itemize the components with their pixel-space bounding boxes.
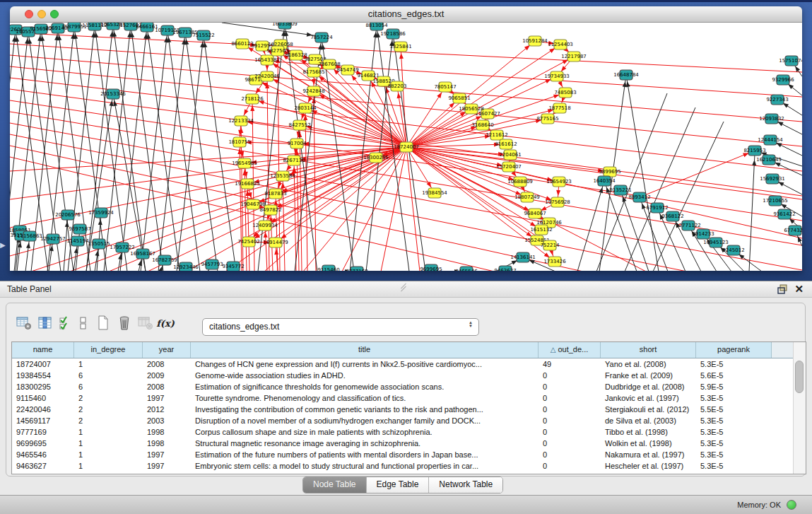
graph-node[interactable]: 7485083: [554, 88, 576, 98]
graph-node[interactable]: 1211612: [486, 130, 507, 140]
table-row[interactable]: 946362711997Embryonic stem cells: a mode…: [12, 460, 806, 472]
graph-node[interactable]: 1810755: [228, 137, 250, 147]
table-row[interactable]: 1830029562008Estimation of significance …: [12, 381, 806, 392]
select-rows-icon[interactable]: [56, 313, 74, 334]
table-row[interactable]: 2242004622012Investigating the contribut…: [12, 404, 806, 415]
graph-node[interactable]: 11254403: [548, 40, 573, 49]
graph-node[interactable]: 8660123: [231, 39, 253, 49]
graph-node[interactable]: 6791912: [646, 203, 668, 213]
table-row[interactable]: 1872400712008Changes of HCN gene express…: [12, 358, 806, 370]
column-header[interactable]: △out_de...: [539, 342, 601, 358]
graph-node[interactable]: 9115460: [317, 265, 339, 271]
show-column-icon[interactable]: [35, 313, 56, 334]
column-header[interactable]: in_degree: [74, 342, 143, 358]
graph-node[interactable]: 20206576: [55, 210, 81, 220]
panel-resize-grip[interactable]: [400, 284, 410, 292]
graph-node[interactable]: 8497822: [259, 205, 281, 215]
scrollbar-thumb[interactable]: [795, 361, 804, 393]
graph-node[interactable]: 12923446: [173, 262, 199, 271]
graph-node[interactable]: 9457793: [201, 259, 223, 269]
graph-node[interactable]: 1640354: [593, 176, 616, 186]
delete-column-icon[interactable]: [114, 313, 135, 334]
graph-node[interactable]: 19384554: [422, 188, 447, 198]
attribute-table[interactable]: namein_degreeyeartitle△out_de...shortpag…: [11, 341, 806, 474]
column-header[interactable]: short: [601, 342, 696, 358]
tab-node-table[interactable]: Node Table: [303, 477, 367, 493]
graph-node[interactable]: 8775165: [536, 114, 558, 124]
graph-node[interactable]: 15720407: [496, 162, 522, 172]
table-row[interactable]: 969969511998Structural magnetic resonanc…: [12, 438, 806, 449]
graph-node[interactable]: 9135221: [609, 185, 631, 195]
graph-node[interactable]: 1615132: [530, 225, 552, 235]
network-window-titlebar[interactable]: citations_edges.txt: [10, 6, 802, 23]
row-tool-icon[interactable]: [74, 313, 93, 334]
table-row[interactable]: 911546021997Tourette syndrome. Phenomeno…: [12, 392, 806, 404]
column-header[interactable]: pagerank: [696, 342, 772, 358]
network-view[interactable]: 1872400786601238912955165433829867123224…: [10, 23, 802, 271]
function-builder-icon[interactable]: f(x): [156, 313, 175, 334]
table-options-icon[interactable]: [13, 313, 35, 334]
graph-node[interactable]: 7805147: [434, 82, 456, 92]
tab-network-table[interactable]: Network Table: [429, 477, 502, 493]
column-header[interactable]: name: [12, 342, 74, 358]
graph-node[interactable]: 12213334: [228, 116, 254, 126]
graph-node[interactable]: 2204061: [499, 150, 521, 160]
graph-node[interactable]: 9699695: [420, 264, 442, 271]
graph-node[interactable]: 917004: [288, 139, 307, 148]
graph-node[interactable]: 9368122: [661, 211, 683, 221]
graph-node[interactable]: 1733426: [543, 257, 566, 267]
graph-node[interactable]: 10591284: [522, 36, 548, 46]
delete-table-icon[interactable]: [135, 313, 156, 334]
graph-node[interactable]: 9684067: [524, 209, 546, 218]
graph-node[interactable]: 1325841: [389, 42, 411, 52]
graph-node[interactable]: 9329966: [772, 75, 794, 85]
graph-node[interactable]: 19166825: [235, 179, 260, 189]
graph-node[interactable]: 9242848: [302, 86, 324, 96]
graph-node[interactable]: 7515522: [192, 30, 214, 40]
graph-node[interactable]: 16945123: [703, 238, 729, 247]
graph-node[interactable]: 8454749: [336, 65, 358, 75]
graph-node[interactable]: 16648784: [613, 70, 639, 80]
graph-node[interactable]: 12409934: [252, 221, 278, 230]
graph-node[interactable]: 16543382: [254, 55, 280, 65]
graph-node[interactable]: 15751074: [779, 56, 802, 66]
column-header[interactable]: title: [191, 342, 539, 358]
network-window[interactable]: citations_edges.txt 18724007866012389129…: [10, 6, 802, 271]
table-select-combo[interactable]: citations_edges.txt ▲▼: [202, 318, 479, 336]
graph-node[interactable]: 9245012: [722, 245, 744, 255]
graph-node[interactable]: 2718126: [241, 94, 264, 104]
graph-node[interactable]: 882203: [388, 81, 407, 91]
create-column-icon[interactable]: [93, 313, 114, 334]
graph-node[interactable]: 16033809: [272, 23, 298, 29]
graph-node[interactable]: 9227343: [766, 95, 788, 105]
table-row[interactable]: 1938455462009Genome-wide association stu…: [12, 370, 806, 381]
column-header[interactable]: year: [143, 342, 191, 358]
graph-node[interactable]: 9361422: [773, 209, 795, 219]
graph-node[interactable]: 8267130: [283, 156, 305, 165]
graph-node[interactable]: 9065851: [448, 93, 470, 103]
memory-status-icon[interactable]: [787, 500, 796, 510]
graph-node[interactable]: 16782759: [152, 255, 177, 265]
graph-node[interactable]: 12353584: [270, 171, 295, 181]
graph-node[interactable]: 9463627: [494, 266, 516, 271]
graph-node[interactable]: 6774321: [784, 226, 802, 235]
graph-node[interactable]: 8175685: [302, 67, 324, 77]
graph-node[interactable]: 9345772: [222, 262, 244, 271]
close-panel-icon[interactable]: ✕: [794, 283, 804, 296]
float-panel-icon[interactable]: [777, 284, 788, 295]
graph-node[interactable]: 1877518: [548, 103, 570, 113]
graph-node[interactable]: 7857224: [310, 33, 333, 42]
tab-edge-table[interactable]: Edge Table: [367, 477, 430, 493]
graph-node[interactable]: 9777169: [346, 267, 367, 271]
table-row[interactable]: 946554611997Estimation of the future num…: [12, 449, 806, 460]
table-row[interactable]: 977716911998Corpus callosum shape and si…: [12, 426, 806, 438]
table-row[interactable]: 1456911722003Disruption of a novel membe…: [12, 415, 806, 426]
graph-node[interactable]: 17210655: [763, 196, 788, 206]
graph-node[interactable]: 3168640: [471, 120, 493, 130]
graph-node[interactable]: 8813054: [365, 23, 388, 30]
panel-collapse-arrow[interactable]: ▶: [0, 241, 6, 249]
table-vertical-scrollbar[interactable]: [793, 342, 806, 474]
graph-node[interactable]: 8161612: [495, 139, 517, 149]
graph-node[interactable]: 752214: [541, 240, 560, 250]
graph-node[interactable]: 19218586: [380, 29, 406, 39]
